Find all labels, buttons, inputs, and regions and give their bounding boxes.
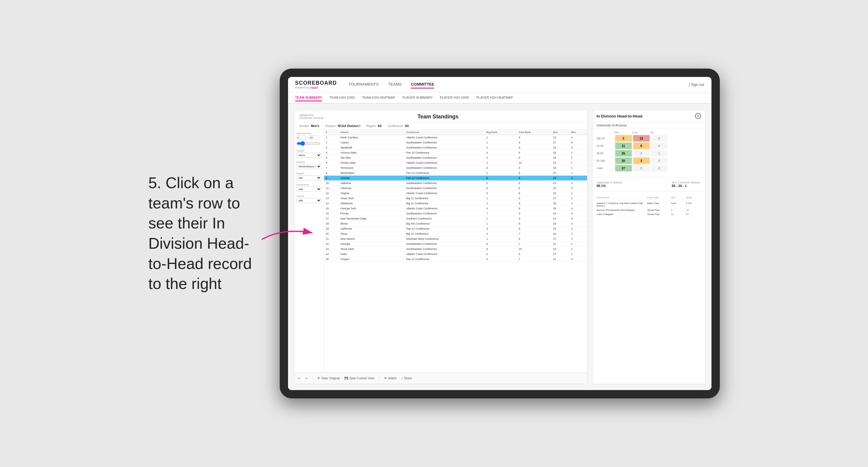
filters-row: Gender: Men's Division: NCAA Division I … (294, 123, 587, 130)
table-row[interactable]: 1 North Carolina Atlantic Coast Conferen… (324, 135, 587, 140)
cell-win: 0 (569, 257, 587, 262)
table-row[interactable]: 23 Texas A&M Southeastern Conference 9 1… (324, 247, 587, 252)
table-row[interactable]: 21 New Mexico Mountain West Conference 1… (324, 237, 587, 242)
conference-select[interactable]: (All) ACC SEC (297, 187, 321, 192)
cell-rds: 26 (551, 150, 569, 155)
redo-btn[interactable]: ↪ (305, 377, 307, 380)
cell-num: 21 (324, 237, 339, 242)
table-row[interactable]: 16 Florida Southeastern Conference 7 9 2… (324, 211, 587, 216)
gender-select[interactable]: Men's Women's (297, 153, 321, 158)
table-row[interactable]: 6 Florida State Atlantic Coast Conferenc… (324, 160, 587, 165)
cell-reg-rank: 1 (485, 135, 517, 140)
table-row[interactable]: 13 Texas Tech Big 12 Conference 1 9 27 2 (324, 196, 587, 201)
rounds-slider[interactable] (297, 141, 320, 146)
cell-conf-rank: 7 (517, 257, 552, 262)
cell-win: 1 (569, 160, 587, 165)
gender-filter-group: Gender Men's Women's (297, 149, 321, 158)
subnav-team-summary[interactable]: TEAM SUMMARY (295, 95, 322, 101)
col-reg-rank: Reg Rank (485, 130, 517, 135)
table-row[interactable]: 24 Duke Atlantic Coast Conference 5 9 27… (324, 252, 587, 257)
cell-school: Texas Tech (338, 196, 404, 201)
cell-conference: Atlantic Coast Conference (404, 160, 485, 165)
toolbar-sep-2 (379, 376, 379, 381)
table-row[interactable]: 20 Texas Big 12 Conference 3 7 20 2 (324, 231, 587, 237)
table-row[interactable]: 15 Georgia Tech Atlantic Coast Conferenc… (324, 206, 587, 211)
cell-num: 16 (324, 211, 339, 216)
table-row[interactable]: 22 Georgia Southeastern Conference 8 7 2… (324, 242, 587, 247)
cell-rds: 18 (551, 165, 569, 170)
subnav-team-h2h-heatmap[interactable]: TEAM H2H HEATMAP (362, 95, 395, 101)
gender-filter-display: Gender: Men's (299, 124, 319, 128)
view-original-btn[interactable]: 👁 View: Original (317, 377, 340, 380)
cell-num: 25 (324, 257, 339, 262)
undo-btn[interactable]: ↩ (298, 377, 300, 380)
tablet-screen: SCOREBOARD Powered by clippd TOURNAMENTS… (288, 77, 711, 390)
cell-win: 1 (569, 165, 587, 170)
h2h-tie-header: Tie (650, 131, 668, 134)
table-row[interactable]: 11 Arkansas Southeastern Conference 6 8 … (324, 186, 587, 191)
table-row[interactable]: 2 Auburn Southeastern Conference 1 9 27 … (324, 140, 587, 145)
region-select[interactable]: N/A All (297, 175, 321, 180)
cell-conf-rank: 8 (517, 191, 552, 196)
cell-reg-rank: 5 (485, 257, 517, 262)
min-rounds-input[interactable] (297, 135, 306, 140)
subnav-player-summary[interactable]: PLAYER SUMMARY (402, 95, 433, 101)
table-row[interactable]: 8 Washington Pac-12 Conference 2 8 23 1 (324, 170, 587, 176)
table-row[interactable]: 5 Ole Miss Southeastern Conference 3 6 1… (324, 155, 587, 160)
nav-committee[interactable]: COMMITTEE (411, 81, 434, 89)
cell-school: Auburn (338, 140, 404, 145)
table-row[interactable]: 4 Arizona State Pac-12 Conference 4 9 26… (324, 150, 587, 155)
table-row[interactable]: 19 California Pac-12 Conference 4 8 24 2 (324, 226, 587, 231)
division-select[interactable]: NCAA Division I NCAA Division II (297, 164, 321, 169)
cell-num: 6 (324, 160, 339, 165)
table-row[interactable]: 10 Alabama Southeastern Conference 5 8 2… (324, 181, 587, 186)
nav-teams[interactable]: TEAMS (388, 81, 402, 89)
cell-rds: 30 (551, 206, 569, 211)
table-row[interactable]: 18 Illinois Big Ten Conference 1 9 23 3 (324, 221, 587, 226)
share-btn[interactable]: ⤴ Share (401, 377, 412, 380)
cell-conference: Big 12 Conference (404, 231, 485, 237)
table-row[interactable]: 7 Tennessee Southeastern Conference 4 6 … (324, 165, 587, 170)
nav-tournaments[interactable]: TOURNAMENTS (349, 81, 379, 89)
table-row[interactable]: 17 East Tennessee State Southern Confere… (324, 216, 587, 221)
tournament-row[interactable]: Cabo Collegiate Stroke Play 11 17 (597, 212, 701, 217)
table-row[interactable]: 14 Oklahoma Big 12 Conference 2 9 26 2 (324, 201, 587, 206)
cell-conference: Pac-12 Conference (404, 150, 485, 155)
tournament-pos: 11 (671, 213, 686, 216)
cell-conf-rank: 9 (517, 150, 552, 155)
close-h2h-btn[interactable]: ✕ (695, 113, 701, 119)
tournament-row[interactable]: Jackson T. Stephens Cup Men's Match-Play… (597, 201, 701, 208)
h2h-col-headers: Win Loss Tie (597, 131, 701, 134)
cell-reg-rank: 2 (485, 201, 517, 206)
cell-conf-rank: 9 (517, 140, 552, 145)
cell-num: 4 (324, 150, 339, 155)
divider-2 (592, 191, 705, 191)
cell-win: 2 (569, 196, 587, 201)
cell-reg-rank: 8 (485, 242, 517, 247)
sign-out-btn[interactable]: | Sign out (689, 83, 704, 87)
cell-rds: 26 (551, 201, 569, 206)
subnav-player-h2h-grid[interactable]: PLAYER H2H GRID (440, 95, 469, 101)
cell-school: Georgia (338, 242, 404, 247)
cell-school: California (338, 226, 404, 231)
table-row[interactable]: 9 Arizona Pac-12 Conference 5 8 23 3 (324, 176, 587, 181)
watch-btn[interactable]: 👁 Watch (384, 377, 397, 380)
table-row[interactable]: 3 Vanderbilt Southeastern Conference 2 8… (324, 145, 587, 150)
annotation-text: 5. Click on a team's row to see their In… (149, 173, 262, 294)
h2h-table-area: Win Loss Tie Top 10 3 13 0 (592, 128, 705, 175)
cell-school: Florida (338, 211, 404, 216)
cell-reg-rank: 1 (485, 140, 517, 145)
subnav-player-h2h-heatmap[interactable]: PLAYER H2H HEATMAP (476, 95, 513, 101)
subnav-team-h2h-grid[interactable]: TEAM H2H GRID (329, 95, 355, 101)
cell-reg-rank: 2 (485, 160, 517, 165)
table-row[interactable]: 12 Virginia Atlantic Coast Conference 3 … (324, 191, 587, 196)
cell-school: New Mexico (338, 237, 404, 242)
save-custom-btn[interactable]: 💾 Save Custom View (344, 377, 374, 380)
tournament-row[interactable]: Arizona Thunderbirds Intercollegiate Str… (597, 208, 701, 212)
school-select[interactable]: (All) (297, 198, 321, 203)
cell-conf-rank: 8 (517, 226, 552, 231)
cell-conference: Southeastern Conference (404, 155, 485, 160)
max-rounds-input[interactable] (309, 135, 318, 140)
table-row[interactable]: 25 Oregon Pac-12 Conference 5 7 21 0 (324, 257, 587, 262)
logo-title: SCOREBOARD (295, 80, 337, 86)
